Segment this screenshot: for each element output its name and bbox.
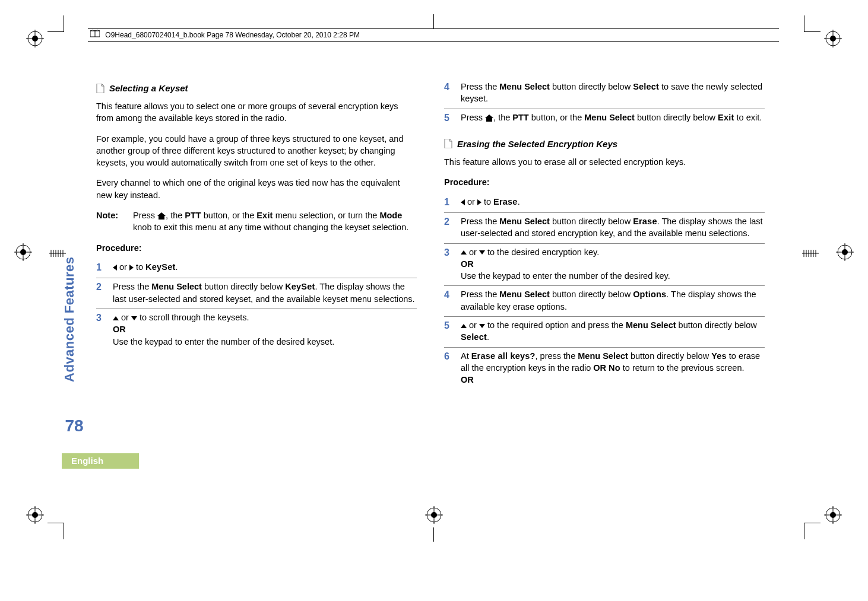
step-number: 3: [96, 311, 113, 348]
note: Note: Press , the PTT button, or the Exi…: [96, 209, 417, 234]
step-number: 3: [444, 246, 461, 282]
mode-label: Mode: [379, 211, 402, 220]
right-column: 4 Press the Menu Select button directly …: [444, 78, 765, 390]
menu-select-label: Menu Select: [584, 113, 635, 122]
step-body: or to KeySet.: [113, 261, 417, 274]
step-body: or to Erase.: [461, 196, 765, 209]
ptt-label: PTT: [512, 113, 528, 122]
text: button directly below: [676, 320, 757, 330]
home-icon: [485, 115, 493, 122]
step-body: Press the Menu Select button directly be…: [461, 215, 765, 240]
text: .: [518, 197, 520, 206]
text: to the desired encryption key.: [485, 247, 599, 257]
ui-label: Erase: [633, 217, 657, 226]
document-icon: [444, 139, 452, 148]
text: to the required option and press the: [485, 320, 626, 330]
text: , press the: [536, 351, 578, 361]
text: to return to the previous screen.: [620, 363, 745, 373]
step-body: Press the Menu Select button directly be…: [461, 81, 765, 105]
reg-mark-icon: [824, 506, 842, 524]
reg-mark-icon: [824, 30, 842, 47]
paragraph: Every channel to which one of the origin…: [96, 177, 417, 201]
step: 3 or to the desired encryption key. OR U…: [444, 244, 765, 287]
text: or: [119, 313, 131, 322]
step-number: 6: [444, 350, 461, 386]
down-arrow-icon: [479, 324, 485, 328]
step: 2 Press the Menu Select button directly …: [96, 278, 417, 309]
step: 5 Press , the PTT button, or the Menu Se…: [444, 109, 765, 128]
ui-label: Exit: [256, 211, 273, 220]
step-number: 1: [444, 196, 461, 209]
step: 4 Press the Menu Select button directly …: [444, 286, 765, 317]
document-icon: [96, 84, 104, 93]
text: or: [467, 320, 479, 330]
text: button directly below: [550, 217, 633, 226]
procedure-label: Procedure:: [96, 242, 417, 254]
side-tab: Advanced Features: [62, 228, 82, 382]
step-number: 2: [96, 281, 113, 305]
menu-select-label: Menu Select: [151, 282, 202, 291]
fold-line: [433, 14, 434, 28]
step-body: At Erase all keys?, press the Menu Selec…: [461, 350, 765, 386]
text: to: [134, 262, 145, 272]
step-number: 1: [96, 261, 113, 274]
ui-label: Options: [633, 290, 666, 299]
step: 4 Press the Menu Select button directly …: [444, 78, 765, 109]
left-arrow-icon: [461, 199, 465, 205]
text: button directly below: [550, 290, 633, 299]
note-label: Note:: [96, 209, 133, 234]
step: 3 or to scroll through the keysets. OR U…: [96, 309, 417, 351]
left-arrow-icon: [113, 265, 117, 271]
text: , the: [166, 211, 185, 220]
step-body: Press , the PTT button, or the Menu Sele…: [461, 112, 765, 125]
home-icon: [157, 212, 166, 220]
text: to scroll through the keysets.: [137, 313, 249, 322]
text: or: [465, 197, 477, 206]
ui-label: Erase all keys?: [471, 351, 536, 361]
fold-line: [433, 527, 434, 542]
step: 6 At Erase all keys?, press the Menu Sel…: [444, 348, 765, 390]
text: button directly below: [550, 82, 633, 91]
text: Press the: [113, 282, 151, 291]
text: , the: [493, 113, 512, 122]
ui-label: Select: [461, 332, 487, 342]
text: .: [487, 332, 489, 342]
step-number: 5: [444, 112, 461, 125]
step-number: 5: [444, 319, 461, 344]
up-arrow-icon: [461, 250, 467, 255]
step-body: or to the required option and press the …: [461, 319, 765, 344]
step-number: 4: [444, 81, 461, 105]
section-title: Selecting a Keyset: [109, 82, 188, 94]
note-body: Press , the PTT button, or the Exit menu…: [133, 209, 417, 234]
right-arrow-icon: [477, 199, 481, 205]
header-bar: O9Head_68007024014_b.book Page 78 Wednes…: [88, 28, 779, 42]
menu-select-label: Menu Select: [499, 290, 550, 299]
section-heading: Selecting a Keyset: [96, 82, 417, 94]
step-body: Press the Menu Select button directly be…: [461, 288, 765, 313]
crop-corner: [804, 15, 821, 32]
text: Press the: [461, 217, 499, 226]
text: menu selection, or turn the: [273, 211, 380, 220]
left-column: Selecting a Keyset This feature allows y…: [96, 78, 417, 351]
up-arrow-icon: [461, 324, 467, 328]
step-body: or to scroll through the keysets. OR Use…: [113, 311, 417, 348]
down-arrow-icon: [131, 316, 137, 320]
reg-mark-icon: [26, 506, 44, 524]
step: 1 or to KeySet.: [96, 259, 417, 278]
step: 5 or to the required option and press th…: [444, 317, 765, 348]
text: Use the keypad to enter the number of th…: [461, 271, 670, 281]
step-body: or to the desired encryption key. OR Use…: [461, 246, 765, 282]
ptt-label: PTT: [185, 211, 201, 220]
step-body: Press the Menu Select button directly be…: [113, 281, 417, 305]
ui-label: No: [609, 363, 620, 373]
text: Press the: [461, 290, 499, 299]
text: or: [467, 247, 479, 257]
text: knob to exit this menu at any time witho…: [133, 222, 408, 232]
paragraph: For example, you could have a group of t…: [96, 133, 417, 169]
step: 1 or to Erase.: [444, 193, 765, 213]
section-title: Erasing the Selected Encryption Keys: [457, 138, 617, 150]
menu-select-label: Menu Select: [499, 82, 550, 91]
text: button directly below: [635, 113, 718, 122]
text: At: [461, 351, 471, 361]
text: button directly below: [628, 351, 711, 361]
